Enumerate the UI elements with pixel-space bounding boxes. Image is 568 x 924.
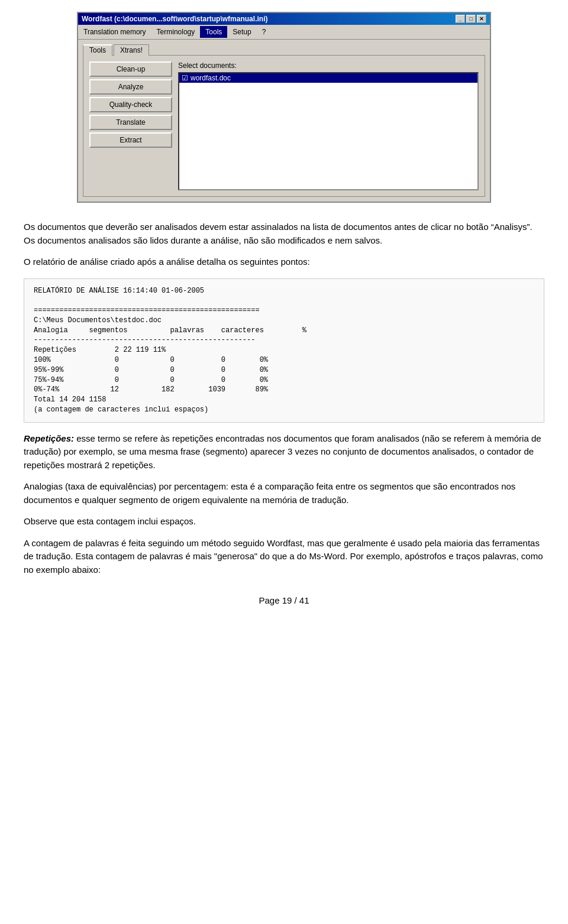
select-documents-label: Select documents: [178,61,479,70]
documents-listbox[interactable]: ☑ wordfast.doc [178,72,479,190]
paragraph-4: Analogias (taxa de equivalências) por pe… [24,480,544,507]
paragraph-2: O relatório de análise criado após a aná… [24,255,544,269]
dialog-content: Tools Xtrans! Clean-up Analyze Quality-c… [78,40,490,202]
wordfast-dialog: Wordfast (c:\documen...soft\word\startup… [77,12,491,203]
extract-button[interactable]: Extract [89,132,172,148]
action-buttons: Clean-up Analyze Quality-check Translate… [89,61,172,190]
menu-setup[interactable]: Setup [227,26,256,38]
quality-check-button[interactable]: Quality-check [89,97,172,112]
menu-tools[interactable]: Tools [200,26,227,38]
paragraph-5: Observe que esta contagem inclui espaços… [24,515,544,529]
documents-panel: Select documents: ☑ wordfast.doc [178,61,479,190]
tab-tools[interactable]: Tools [83,44,112,56]
cleanup-button[interactable]: Clean-up [89,61,172,77]
menu-help[interactable]: ? [257,26,272,38]
close-button[interactable]: ✕ [477,15,486,23]
paragraph-1: Os documentos que deverão ser analisados… [24,221,544,247]
tools-panel: Clean-up Analyze Quality-check Translate… [83,55,485,197]
titlebar-buttons: _ □ ✕ [456,15,486,23]
translate-button[interactable]: Translate [89,115,172,130]
analyze-button[interactable]: Analyze [89,79,172,95]
tab-xtrans[interactable]: Xtrans! [114,44,149,56]
repetitions-label: Repetições: [24,433,74,443]
title-bar: Wordfast (c:\documen...soft\word\startup… [78,13,490,25]
tab-bar: Tools Xtrans! [83,44,485,56]
minimize-button[interactable]: _ [456,15,465,23]
page-footer: Page 19 / 41 [24,594,544,608]
menu-bar: Translation memory Terminology Tools Set… [78,25,490,40]
paragraph-6: A contagem de palavras é feita seguindo … [24,537,544,577]
menu-terminology[interactable]: Terminology [151,26,201,38]
document-name: wordfast.doc [191,74,231,82]
dialog-title: Wordfast (c:\documen...soft\word\startup… [82,15,267,23]
menu-translation-memory[interactable]: Translation memory [78,26,151,38]
list-item[interactable]: ☑ wordfast.doc [179,73,477,83]
paragraph-3-text: esse termo se refere às repetições encon… [24,433,541,470]
report-box: RELATÓRIO DE ANÁLISE 16:14:40 01-06-2005… [24,278,544,423]
maximize-button[interactable]: □ [466,15,476,23]
paragraph-3: Repetições: esse termo se refere às repe… [24,432,544,472]
page-content: Os documentos que deverão ser analisados… [24,221,544,608]
checkbox-wordfast[interactable]: ☑ [182,74,188,82]
